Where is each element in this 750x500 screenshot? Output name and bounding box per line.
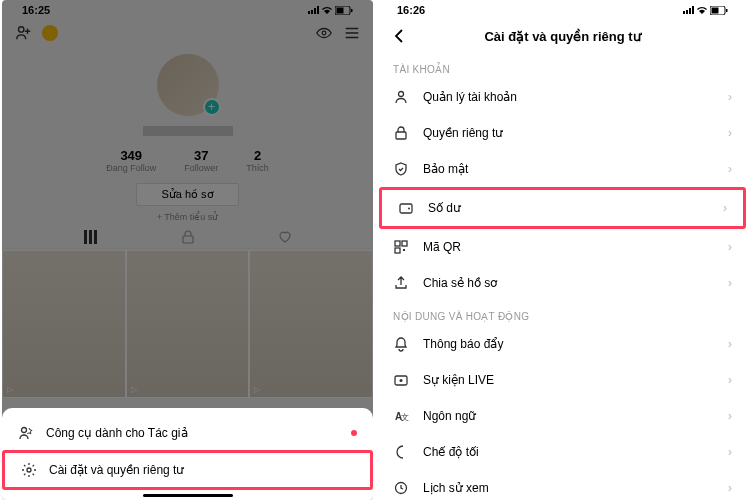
gear-icon	[21, 462, 37, 478]
row-label: Bảo mật	[423, 162, 468, 176]
svg-text:文: 文	[401, 413, 409, 422]
svg-point-9	[22, 428, 27, 433]
notification-dot	[351, 430, 357, 436]
svg-rect-19	[402, 241, 407, 246]
status-bar: 16:26	[377, 0, 748, 18]
page-title: Cài đặt và quyền riêng tư	[389, 29, 736, 44]
svg-rect-16	[400, 204, 412, 213]
svg-point-10	[27, 468, 31, 472]
settings-row-hist[interactable]: Lịch sử xem›	[377, 470, 748, 500]
chevron-right-icon: ›	[728, 90, 732, 104]
settings-row-shield[interactable]: Bảo mật›	[377, 151, 748, 187]
settings-row-person[interactable]: Quản lý tài khoản›	[377, 79, 748, 115]
settings-row-live[interactable]: Sự kiện LIVE›	[377, 362, 748, 398]
svg-rect-20	[395, 248, 400, 253]
row-label: Quyền riêng tư	[423, 126, 503, 140]
row-label: Số dư	[428, 201, 461, 215]
row-label: Lịch sử xem	[423, 481, 489, 495]
settings-row-wallet[interactable]: Số dư›	[379, 187, 746, 229]
bottom-sheet: Công cụ dành cho Tác giả Cài đặt và quyề…	[2, 408, 373, 500]
home-indicator	[143, 494, 233, 497]
moon-icon	[393, 444, 409, 460]
bell-icon	[393, 336, 409, 352]
settings-row-qr[interactable]: Mã QR›	[377, 229, 748, 265]
settings-row[interactable]: Cài đặt và quyền riêng tư	[2, 450, 373, 490]
chevron-right-icon: ›	[728, 240, 732, 254]
person-icon	[393, 89, 409, 105]
profile-screen: 16:25 + 349Đang Follow 37Follower 2Thích…	[2, 0, 373, 500]
svg-rect-12	[712, 7, 719, 13]
qr-icon	[393, 239, 409, 255]
creator-icon	[18, 425, 34, 441]
settings-row-lock[interactable]: Quyền riêng tư›	[377, 115, 748, 151]
settings-row-moon[interactable]: Chế độ tối›	[377, 434, 748, 470]
wallet-icon	[398, 200, 414, 216]
svg-rect-18	[395, 241, 400, 246]
svg-point-17	[408, 208, 410, 210]
settings-screen: 16:26 Cài đặt và quyền riêng tư TÀI KHOẢ…	[377, 0, 748, 500]
chevron-right-icon: ›	[728, 445, 732, 459]
svg-point-23	[400, 379, 403, 382]
shield-icon	[393, 161, 409, 177]
chevron-right-icon: ›	[728, 337, 732, 351]
row-label: Chế độ tối	[423, 445, 479, 459]
settings-header: Cài đặt và quyền riêng tư	[377, 18, 748, 54]
chevron-right-icon: ›	[728, 373, 732, 387]
creator-tools-row[interactable]: Công cụ dành cho Tác giả	[2, 416, 373, 450]
settings-row-share[interactable]: Chia sẻ hồ sơ›	[377, 265, 748, 301]
section-content: NỘI DUNG VÀ HOẠT ĐỘNG	[377, 301, 748, 326]
share-icon	[393, 275, 409, 291]
row-label: Thông báo đẩy	[423, 337, 503, 351]
time: 16:26	[397, 4, 425, 16]
row-label: Chia sẻ hồ sơ	[423, 276, 497, 290]
row-label: Quản lý tài khoản	[423, 90, 517, 104]
chevron-right-icon: ›	[728, 409, 732, 423]
svg-point-14	[399, 92, 404, 97]
chevron-right-icon: ›	[728, 162, 732, 176]
lock-icon	[393, 125, 409, 141]
settings-label: Cài đặt và quyền riêng tư	[49, 463, 184, 477]
live-icon	[393, 372, 409, 388]
creator-label: Công cụ dành cho Tác giả	[46, 426, 188, 440]
section-account: TÀI KHOẢN	[377, 54, 748, 79]
chevron-right-icon: ›	[728, 276, 732, 290]
row-label: Ngôn ngữ	[423, 409, 476, 423]
status-right	[683, 4, 728, 16]
hist-icon	[393, 480, 409, 496]
svg-rect-15	[396, 132, 406, 139]
row-label: Mã QR	[423, 240, 461, 254]
chevron-right-icon: ›	[723, 201, 727, 215]
row-label: Sự kiện LIVE	[423, 373, 494, 387]
svg-rect-13	[726, 9, 728, 12]
chevron-right-icon: ›	[728, 481, 732, 495]
settings-row-bell[interactable]: Thông báo đẩy›	[377, 326, 748, 362]
svg-rect-21	[403, 249, 405, 251]
chevron-right-icon: ›	[728, 126, 732, 140]
lang-icon: A文	[393, 408, 409, 424]
settings-row-lang[interactable]: A文Ngôn ngữ›	[377, 398, 748, 434]
